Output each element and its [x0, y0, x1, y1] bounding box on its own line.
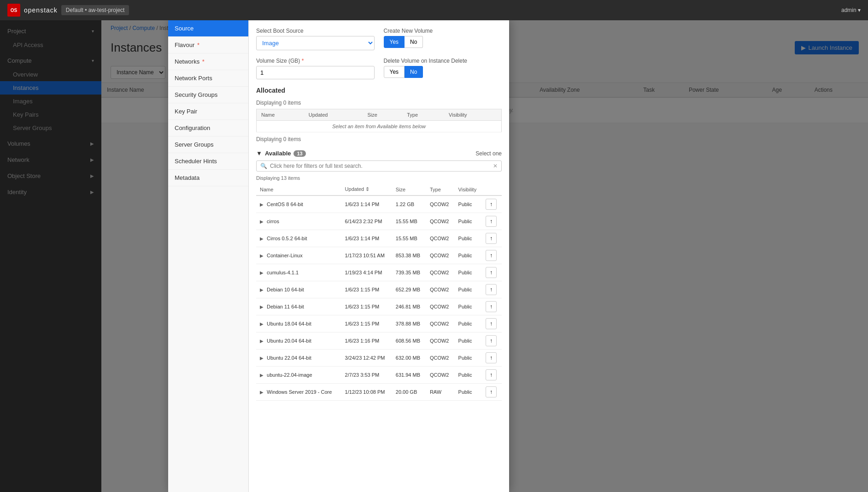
avail-size-11: 20.00 GB [392, 384, 426, 401]
search-input[interactable] [270, 163, 493, 169]
create-volume-no[interactable]: No [405, 36, 423, 48]
wizard-step-flavour[interactable]: Flavour * [168, 37, 248, 53]
expand-btn-5[interactable]: ▶ [260, 287, 264, 292]
allocate-button-11[interactable]: ↑ [486, 386, 497, 397]
wizard-step-source[interactable]: Source [168, 20, 248, 37]
avail-updated-3: 1/17/23 10:51 AM [341, 247, 392, 264]
expand-btn-1[interactable]: ▶ [260, 219, 264, 224]
wizard-step-network-ports[interactable]: Network Ports [168, 70, 248, 87]
project-selector[interactable]: Default • aw-test-project [61, 5, 129, 15]
avail-size-3: 853.38 MB [392, 247, 426, 264]
wizard-step-key-pair[interactable]: Key Pair [168, 103, 248, 120]
alloc-col-updated: Updated [304, 109, 363, 121]
allocate-button-6[interactable]: ↑ [486, 301, 497, 312]
brand-text: openstack [24, 6, 58, 14]
expand-btn-9[interactable]: ▶ [260, 356, 264, 361]
available-row: ▶ Windows Server 2019 - Core 1/12/23 10:… [256, 384, 502, 401]
avail-size-4: 739.35 MB [392, 264, 426, 281]
avail-name-4: ▶ cumulus-4.1.1 [256, 264, 341, 281]
avail-size-7: 378.88 MB [392, 315, 426, 332]
expand-btn-10[interactable]: ▶ [260, 373, 264, 378]
avail-updated-9: 3/24/23 12:42 PM [341, 350, 392, 367]
available-row: ▶ cumulus-4.1.1 1/19/23 4:14 PM 739.35 M… [256, 264, 502, 281]
alloc-col-type: Type [402, 109, 444, 121]
allocated-count: Displaying 0 items [256, 100, 502, 106]
wizard-step-server-groups[interactable]: Server Groups [168, 136, 248, 153]
delete-volume-no[interactable]: No [405, 66, 423, 78]
available-title: ▼ Available 13 [256, 150, 306, 157]
avail-name-6: ▶ Debian 11 64-bit [256, 298, 341, 315]
avail-name-0: ▶ CentOS 8 64-bit [256, 196, 341, 213]
available-count-badge: 13 [293, 150, 305, 157]
user-menu[interactable]: admin ▾ [841, 7, 861, 13]
avail-type-10: QCOW2 [426, 367, 455, 384]
boot-source-row: Select Boot Source Image Create New Volu… [256, 28, 502, 50]
expand-btn-7[interactable]: ▶ [260, 321, 264, 326]
avail-visibility-1: Public [455, 213, 482, 230]
delete-volume-yes[interactable]: Yes [384, 66, 405, 78]
expand-btn-4[interactable]: ▶ [260, 270, 264, 275]
wizard-step-networks[interactable]: Networks * [168, 53, 248, 70]
expand-btn-8[interactable]: ▶ [260, 338, 264, 344]
boot-source-select[interactable]: Image [256, 36, 375, 50]
boot-source-label: Select Boot Source [256, 28, 375, 34]
allocated-header: Allocated [256, 87, 502, 96]
avail-size-6: 246.81 MB [392, 298, 426, 315]
wizard-step-scheduler-hints[interactable]: Scheduler Hints [168, 153, 248, 170]
allocate-button-10[interactable]: ↑ [486, 369, 497, 380]
available-row: ▶ Debian 10 64-bit 1/6/23 1:15 PM 652.29… [256, 281, 502, 298]
collapse-icon[interactable]: ▼ [256, 150, 262, 157]
expand-btn-0[interactable]: ▶ [260, 202, 264, 207]
wizard-nav: Source Flavour * Networks * Network Port… [168, 20, 249, 492]
expand-btn-11[interactable]: ▶ [260, 390, 264, 395]
available-row: ▶ cirros 6/14/23 2:32 PM 15.55 MB QCOW2 … [256, 213, 502, 230]
wizard-step-configuration[interactable]: Configuration [168, 120, 248, 136]
allocate-button-2[interactable]: ↑ [486, 233, 497, 244]
wizard-content: Select Boot Source Image Create New Volu… [249, 20, 509, 492]
expand-btn-2[interactable]: ▶ [260, 236, 264, 241]
openstack-logo: OS [7, 4, 20, 17]
avail-allocate-6: ↑ [482, 298, 502, 315]
avail-name-9: ▶ Ubuntu 22.04 64-bit [256, 350, 341, 367]
avail-visibility-5: Public [455, 281, 482, 298]
search-icon: 🔍 [260, 163, 267, 169]
wizard-step-security-groups[interactable]: Security Groups [168, 87, 248, 103]
avail-visibility-2: Public [455, 230, 482, 247]
allocate-button-1[interactable]: ↑ [486, 216, 497, 227]
create-volume-yes[interactable]: Yes [384, 36, 405, 48]
avail-allocate-5: ↑ [482, 281, 502, 298]
clear-icon[interactable]: ✕ [493, 163, 498, 169]
allocate-button-7[interactable]: ↑ [486, 318, 497, 329]
available-row: ▶ Cirros 0.5.2 64-bit 1/6/23 1:14 PM 15.… [256, 230, 502, 247]
create-volume-toggle: Yes No [384, 36, 502, 48]
avail-col-name: Name [256, 184, 341, 196]
select-one-label: Select one [475, 150, 502, 157]
allocated-empty-row: Select an item from Available items belo… [257, 121, 502, 132]
allocate-button-5[interactable]: ↑ [486, 284, 497, 295]
allocate-button-8[interactable]: ↑ [486, 335, 497, 346]
available-row: ▶ Container-Linux 1/17/23 10:51 AM 853.3… [256, 247, 502, 264]
alloc-col-name: Name [257, 109, 304, 121]
avail-allocate-1: ↑ [482, 213, 502, 230]
avail-type-11: RAW [426, 384, 455, 401]
user-label: admin ▾ [841, 7, 861, 13]
allocate-button-3[interactable]: ↑ [486, 250, 497, 261]
avail-col-type: Type [426, 184, 455, 196]
avail-size-10: 631.94 MB [392, 367, 426, 384]
alloc-col-visibility: Visibility [444, 109, 501, 121]
available-section: ▼ Available 13 Select one 🔍 ✕ Displaying… [256, 150, 502, 401]
allocate-button-9[interactable]: ↑ [486, 352, 497, 363]
avail-visibility-8: Public [455, 332, 482, 350]
navbar: OS openstack Default • aw-test-project a… [0, 0, 868, 20]
avail-name-7: ▶ Ubuntu 18.04 64-bit [256, 315, 341, 332]
volume-section: Volume Size (GB) * Delete Volume on Inst… [256, 58, 502, 79]
wizard-step-metadata[interactable]: Metadata [168, 170, 248, 186]
allocate-button-4[interactable]: ↑ [486, 267, 497, 278]
avail-type-7: QCOW2 [426, 315, 455, 332]
volume-size-input[interactable] [256, 66, 375, 79]
available-table: Name Updated ⇕ Size Type Visibility ▶ Ce… [256, 184, 502, 401]
expand-btn-3[interactable]: ▶ [260, 253, 264, 258]
allocate-button-0[interactable]: ↑ [486, 199, 497, 210]
expand-btn-6[interactable]: ▶ [260, 304, 264, 309]
avail-name-10: ▶ ubuntu-22.04-image [256, 367, 341, 384]
